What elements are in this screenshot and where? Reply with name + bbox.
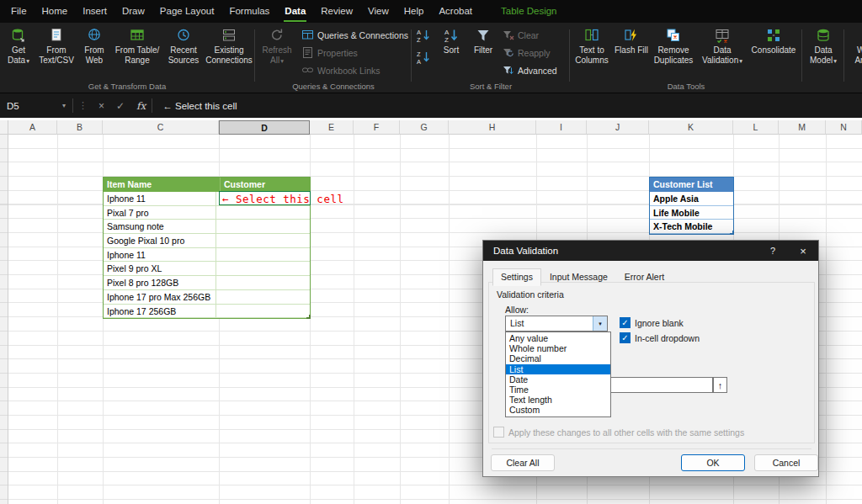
cancel-button[interactable]: Cancel [754,454,818,471]
sort-ascending-button[interactable]: AZ [414,26,433,45]
column-header-k[interactable]: K [649,120,733,135]
menu-home[interactable]: Home [35,0,76,23]
option-list[interactable]: List [506,364,610,374]
name-box[interactable]: D5 ▾ [0,93,72,118]
option-time[interactable]: Time [506,385,610,395]
in-cell-dropdown-checkbox[interactable]: ✓ In-cell dropdown [620,332,700,343]
menu-view[interactable]: View [360,0,396,23]
column-header-i[interactable]: I [536,120,587,135]
table-resize-handle[interactable] [306,315,311,319]
menu-help[interactable]: Help [396,0,432,23]
flash-fill-button[interactable]: Flash Fill [615,25,648,79]
table-row[interactable]: X-Tech Mobile [650,220,733,234]
svg-text:A: A [444,29,450,36]
enter-icon[interactable]: ✓ [110,100,130,112]
menu-data[interactable]: Data [277,0,313,23]
column-header-m[interactable]: M [779,120,826,135]
allow-combobox[interactable]: List ▾ [505,316,608,332]
data-model-button[interactable]: Data Model▾ [805,25,842,79]
table-resize-handle[interactable] [730,231,734,235]
sort-button[interactable]: AZ Sort [438,25,465,79]
item-name-header-cell[interactable]: Item Name [104,178,220,192]
close-button[interactable]: × [788,241,818,261]
cancel-icon[interactable]: × [93,100,110,112]
option-whole-number[interactable]: Whole number [506,343,610,353]
column-header-n[interactable]: N [826,120,862,135]
from-web-button[interactable]: From Web [77,25,111,79]
queries-connections-button[interactable]: Queries & Connections [301,27,408,43]
help-button[interactable]: ? [758,241,788,261]
get-data-button[interactable]: Get Data▾ [2,25,35,79]
table-row[interactable]: Pixal 7 pro [104,206,310,220]
menu-table-design[interactable]: Table Design [493,0,564,23]
existing-connections-button[interactable]: Existing Connections [205,25,253,79]
option-decimal[interactable]: Decimal [506,353,610,363]
column-header-d[interactable]: D [219,120,310,135]
data-validation-button[interactable]: Data Validation▾ [699,25,746,79]
table-row[interactable]: Pixel 8 pro 128GB [104,276,310,290]
gridline [826,135,827,504]
column-header-e[interactable]: E [310,120,354,135]
tab-settings[interactable]: Settings [492,268,541,286]
filter-button[interactable]: Filter [468,25,498,79]
column-header-c[interactable]: C [103,120,219,135]
ribbon: Get Data▾ From Text/CSV From Web From Ta… [0,23,862,93]
flash-fill-icon [623,27,640,44]
option-text-length[interactable]: Text length [506,395,610,405]
remove-duplicates-button[interactable]: Remove Duplicates [652,25,695,79]
help-icon: ? [770,246,775,256]
drag-handle-icon[interactable]: ⋮ [73,100,93,111]
clear-all-button[interactable]: Clear All [491,454,555,471]
column-header-j[interactable]: J [587,120,649,135]
recent-sources-button[interactable]: Recent Sources [163,25,204,79]
menu-file[interactable]: File [3,0,35,23]
button-label: Sort [444,45,459,56]
menu-review[interactable]: Review [313,0,360,23]
menu-draw[interactable]: Draw [114,0,152,23]
combobox-dropdown-button[interactable]: ▾ [593,316,607,331]
table-row[interactable]: Apple Asia [650,192,733,206]
column-header-h[interactable]: H [449,120,536,135]
menu-acrobat[interactable]: Acrobat [431,0,480,23]
customer-list-header-cell[interactable]: Customer List [650,178,733,192]
menu-page-layout[interactable]: Page Layout [152,0,222,23]
advanced-filter-button[interactable]: Advanced [502,62,557,78]
option-date[interactable]: Date [506,374,610,385]
column-header-f[interactable]: F [354,120,400,135]
table-row[interactable]: Iphone 17 pro Max 256GB [104,290,310,305]
from-text-csv-button[interactable]: From Text/CSV [37,25,76,79]
checkbox-box: ✓ [620,317,631,328]
menu-insert[interactable]: Insert [75,0,114,23]
menu-formulas[interactable]: Formulas [221,0,277,23]
column-header-l[interactable]: L [733,120,779,135]
sort-descending-button[interactable]: ZA [414,48,433,66]
ok-button[interactable]: OK [681,454,745,471]
text-to-columns-button[interactable]: Text to Columns [572,25,611,79]
from-text-csv-icon [48,27,65,44]
column-header-g[interactable]: G [400,120,449,135]
select-all-corner[interactable] [0,120,8,135]
column-header-a[interactable]: A [8,120,57,135]
table-row[interactable]: Pixel 9 pro XL [104,262,310,276]
d5-cell-note[interactable]: ← Select this cell [222,193,343,205]
table-row[interactable]: Google Pixal 10 pro [104,234,310,248]
customer-header-cell[interactable]: Customer [220,178,310,192]
table-row[interactable]: Iphone 17 256GB [104,305,310,319]
range-select-button[interactable]: ↑ [713,377,727,393]
what-if-analysis-button[interactable]: What-If Analysis [847,25,862,79]
ignore-blank-checkbox[interactable]: ✓ Ignore blank [620,317,684,328]
option-any-value[interactable]: Any value [506,333,610,343]
chevron-down-icon[interactable]: ▾ [56,102,72,109]
consolidate-button[interactable]: Consolidate [749,25,798,79]
tab-error-alert[interactable]: Error Alert [616,268,673,286]
table-row[interactable]: Samsung note [104,220,310,234]
from-table-range-button[interactable]: From Table/ Range [113,25,162,79]
option-custom[interactable]: Custom [506,405,610,415]
table-row[interactable]: Iphone 11 [104,248,310,263]
table-row[interactable]: Life Mobile [650,206,733,220]
row-header-strip[interactable] [0,135,8,504]
formula-input[interactable]: ← Select this cell [162,101,237,111]
tab-input-message[interactable]: Input Message [541,268,616,286]
column-header-b[interactable]: B [57,120,103,135]
insert-function-icon[interactable]: fx [130,100,152,112]
